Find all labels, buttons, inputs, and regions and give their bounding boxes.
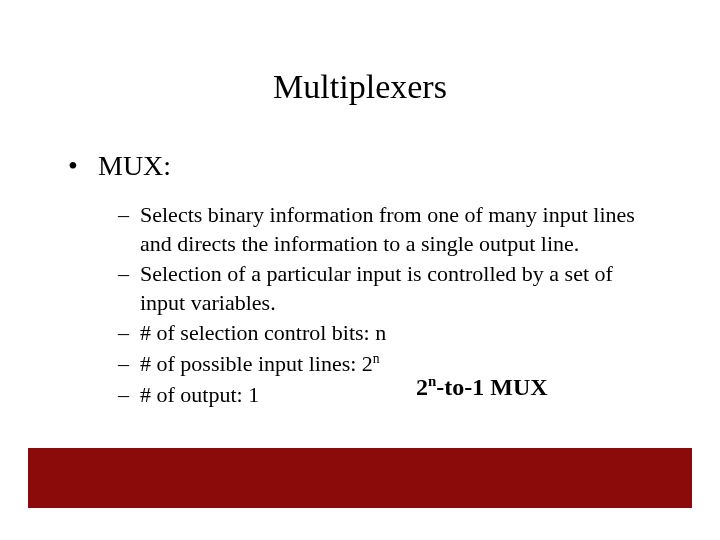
sub-bullet-text: Selection of a particular input is contr… [140,260,720,317]
slide: Multiplexers • MUX: – Selects binary inf… [0,0,720,540]
bullet-marker-icon: • [68,148,98,183]
dash-icon: – [118,319,140,348]
sub-bullet-item: – # of selection control bits: n [118,319,720,348]
exponent-n: n [373,351,380,366]
slide-content: • MUX: – Selects binary information from… [0,148,720,409]
bullet-mux-label: MUX: [98,148,171,183]
mux-label-prefix: 2 [416,374,428,400]
mux-label-suffix: -to-1 MUX [436,374,547,400]
slide-title: Multiplexers [0,68,720,106]
sub-bullet-text-base: # of possible input lines: 2 [140,351,373,376]
bullet-mux: • MUX: [0,148,720,183]
sub-bullet-text: Selects binary information from one of m… [140,201,720,258]
mux-type-label: 2n-to-1 MUX [416,374,548,401]
sub-bullet-list: – Selects binary information from one of… [0,201,720,409]
sub-bullet-item: – Selection of a particular input is con… [118,260,720,317]
sub-bullet-text: # of output: 1 [140,381,319,410]
sub-bullet-text: # of possible input lines: 2n [140,350,440,379]
footer-bar [28,448,692,508]
sub-bullet-text: # of selection control bits: n [140,319,446,348]
dash-icon: – [118,350,140,379]
sub-bullet-item: – Selects binary information from one of… [118,201,720,258]
dash-icon: – [118,381,140,410]
dash-icon: – [118,201,140,258]
dash-icon: – [118,260,140,317]
